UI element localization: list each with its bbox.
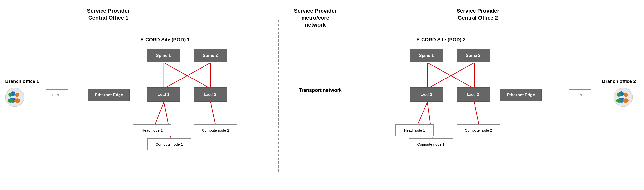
- svg-point-35: [624, 93, 628, 97]
- node-compute2-pod1: Compute node 2: [194, 124, 238, 136]
- label-pod2: E-CORD Site (POD) 2: [406, 36, 476, 43]
- node-spine2-pod2: Spine 2: [456, 49, 490, 62]
- label-sp-co1: Service Provider Central Office 1: [81, 7, 136, 21]
- avatar-branch1: [5, 87, 25, 107]
- node-spine1-pod2: Spine 1: [410, 49, 443, 62]
- svg-point-31: [8, 99, 13, 103]
- node-cpe-left: CPE: [46, 89, 68, 101]
- node-eth-edge-right: Ethernet Edge: [500, 89, 542, 101]
- node-leaf1-pod1: Leaf 1: [147, 87, 180, 102]
- node-leaf2-pod2: Leaf 2: [456, 87, 490, 102]
- node-leaf2-pod1: Leaf 2: [194, 87, 227, 102]
- node-compute1-pod1: Compute node 1: [147, 138, 191, 150]
- label-transport: Transport network: [293, 87, 348, 93]
- node-spine2-pod1: Spine 2: [194, 49, 227, 62]
- label-sp-co2: Service ProviderCentral Office 2: [451, 7, 505, 21]
- node-headnode1-pod2: Head node 1: [396, 124, 434, 136]
- svg-point-28: [15, 93, 20, 97]
- svg-point-37: [617, 93, 621, 97]
- label-branch1: Branch office 1: [2, 79, 42, 84]
- label-sp-metro: Service Providermetro/corenetwork: [291, 7, 340, 28]
- svg-point-25: [6, 88, 24, 107]
- node-compute1-pod2: Compute node 1: [409, 138, 453, 150]
- svg-point-36: [623, 98, 629, 103]
- svg-line-13: [164, 63, 211, 89]
- svg-line-15: [155, 102, 164, 126]
- node-eth-edge-left: Ethernet Edge: [88, 89, 130, 101]
- node-compute2-pod2: Compute node 2: [456, 124, 500, 136]
- svg-line-24: [474, 102, 479, 126]
- svg-line-19: [428, 63, 474, 89]
- node-cpe-right: CPE: [568, 89, 591, 101]
- svg-line-20: [428, 63, 474, 89]
- svg-point-38: [616, 99, 622, 103]
- diagram-container: Service Provider Central Office 1 Servic…: [0, 0, 644, 190]
- node-headnode1-pod1: Head node 1: [133, 124, 171, 136]
- svg-point-30: [8, 93, 12, 97]
- label-branch2: Branch office 2: [599, 79, 639, 84]
- avatar-branch2: [614, 87, 633, 107]
- label-pod1: E-CORD Site (POD) 1: [130, 36, 200, 43]
- node-spine1-pod1: Spine 1: [147, 49, 180, 62]
- svg-point-29: [14, 98, 20, 103]
- svg-line-22: [417, 102, 428, 126]
- svg-point-32: [614, 88, 633, 107]
- node-leaf1-pod2: Leaf 1: [410, 87, 443, 102]
- svg-line-12: [164, 63, 211, 89]
- svg-line-17: [211, 102, 216, 126]
